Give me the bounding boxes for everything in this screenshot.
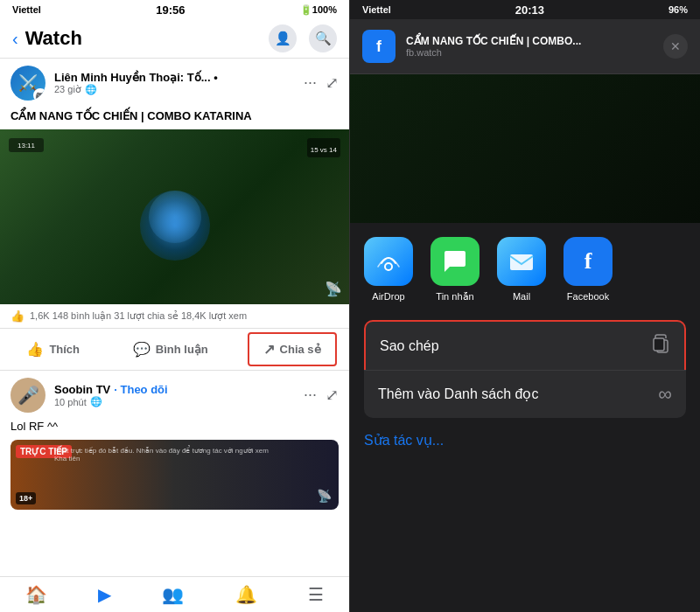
- airdrop-icon: [364, 237, 413, 286]
- like-button[interactable]: 👍 Thích: [12, 332, 94, 366]
- left-carrier: Viettel: [12, 4, 41, 15]
- nav-friends[interactable]: 👥: [162, 584, 184, 605]
- share-btn-label: Chia sẻ: [280, 343, 321, 356]
- share-url: fb.watch: [406, 47, 653, 58]
- edit-actions: Sửa tác vụ...: [350, 418, 700, 449]
- like-btn-icon: 👍: [26, 341, 44, 358]
- mail-label: Mail: [513, 291, 530, 302]
- person-icon: 👤: [275, 31, 291, 46]
- comment-button[interactable]: 💬 Bình luận: [119, 332, 222, 366]
- search-icon: 🔍: [315, 31, 332, 46]
- follow-button[interactable]: · Theo dõi: [114, 383, 167, 396]
- left-battery: 🔋100%: [300, 4, 337, 16]
- post-time: 23 giờ: [54, 84, 81, 95]
- back-button[interactable]: ‹: [12, 29, 18, 49]
- nav-watch[interactable]: ▶: [98, 584, 111, 605]
- edit-actions-label[interactable]: Sửa tác vụ...: [364, 433, 444, 448]
- play-icon: ▶: [98, 584, 111, 605]
- menu-icon: ☰: [308, 584, 324, 605]
- svg-rect-1: [510, 254, 533, 270]
- right-phone: Viettel 20:13 96% f CẨM NANG TỐC CHIẾN |…: [350, 0, 700, 612]
- post2-name: Soobin TV: [54, 383, 110, 396]
- video-preview-bg: [350, 74, 700, 223]
- share-button[interactable]: ↗ Chia sẻ: [248, 332, 337, 366]
- post-1: ⚔️ 🎮 Liên Minh Huyền Thoại: Tố... • 23 g…: [0, 59, 349, 371]
- live-text: Phát trực tiếp đó bắt đầu. Nhắn vào đây …: [54, 447, 332, 462]
- right-carrier: Viettel: [362, 4, 391, 15]
- search-button[interactable]: 🔍: [309, 24, 337, 52]
- nav-menu[interactable]: ☰: [308, 584, 324, 605]
- comment-btn-icon: 💬: [133, 341, 150, 358]
- soobin-avatar: 🎤: [10, 378, 46, 413]
- post2-expand-icon[interactable]: ⤢: [326, 386, 339, 405]
- more-options-icon[interactable]: ···: [304, 73, 317, 93]
- nav-notifications[interactable]: 🔔: [235, 584, 257, 605]
- watch-header: ‹ Watch 👤 🔍: [0, 19, 349, 59]
- avatar: ⚔️ 🎮: [10, 66, 46, 101]
- facebook-logo: f: [362, 30, 396, 63]
- profile-button[interactable]: 👤: [269, 24, 297, 52]
- reading-list-action-row[interactable]: Thêm vào Danh sách đọc ∞: [364, 371, 686, 418]
- mail-app[interactable]: Mail: [497, 237, 546, 303]
- messages-icon: [430, 237, 480, 286]
- video-thumbnail[interactable]: 13:11 15 vs 14 📡: [0, 129, 349, 304]
- messages-label: Tin nhắn: [436, 291, 473, 303]
- post2-content: Lol RF ^^: [0, 420, 349, 440]
- share-title: CẨM NANG TỐC CHIẾN | COMBO...: [406, 35, 653, 47]
- right-status-bar: Viettel 20:13 96%: [350, 0, 700, 19]
- age-tag: 18+: [16, 492, 36, 504]
- bottom-navigation: 🏠 ▶ 👥 🔔 ☰: [0, 576, 349, 612]
- home-icon: 🏠: [25, 584, 47, 605]
- copy-action-row[interactable]: Sao chép: [364, 320, 686, 370]
- live-cast-icon: 📡: [317, 489, 332, 503]
- mail-icon: [497, 237, 546, 286]
- airdrop-label: AirDrop: [372, 291, 404, 302]
- video-score: 15 vs 14: [311, 146, 337, 154]
- share-header: f CẨM NANG TỐC CHIẾN | COMBO... fb.watch…: [350, 19, 700, 74]
- cast-icon[interactable]: 📡: [325, 281, 342, 297]
- share-btn-icon: ↗: [263, 341, 275, 358]
- nav-home[interactable]: 🏠: [25, 584, 47, 605]
- post-2: 🎤 Soobin TV · Theo dõi 10 phút 🌐 ··· ⤢ L…: [0, 371, 349, 517]
- svg-point-0: [385, 263, 392, 270]
- post-action-buttons: 👍 Thích 💬 Bình luận ↗ Chia sẻ: [0, 329, 349, 371]
- post-title: CẨM NANG TỐC CHIẾN | COMBO KATARINA: [0, 108, 349, 129]
- expand-icon[interactable]: ⤢: [326, 73, 339, 93]
- share-apps-container: AirDrop Tin nhắn Mail: [350, 223, 700, 309]
- post2-more-icon[interactable]: ···: [304, 386, 317, 405]
- share-actions: Sao chép Thêm vào Danh sách đọc ∞: [364, 320, 686, 418]
- share-apps-row: AirDrop Tin nhắn Mail: [350, 237, 700, 303]
- page-title: Watch: [25, 27, 82, 50]
- friends-icon: 👥: [162, 584, 184, 605]
- right-battery: 96%: [668, 4, 688, 15]
- svg-rect-3: [654, 338, 664, 351]
- like-btn-label: Thích: [49, 343, 80, 356]
- live-banner[interactable]: TRỰC TIẾP 18+ Phát trực tiếp đó bắt đầu.…: [10, 440, 339, 510]
- facebook-app[interactable]: f Facebook: [564, 237, 612, 303]
- copy-icon: [651, 334, 670, 358]
- right-time: 20:13: [515, 3, 544, 17]
- facebook-app-icon: f: [564, 237, 612, 286]
- left-status-bar: Viettel 19:56 🔋100%: [0, 0, 349, 19]
- reading-list-label: Thêm vào Danh sách đọc: [378, 386, 538, 402]
- avatar-badge: 🎮: [33, 88, 46, 101]
- reading-list-icon: ∞: [658, 383, 672, 406]
- comment-btn-label: Bình luận: [156, 343, 208, 356]
- copy-label: Sao chép: [380, 338, 439, 354]
- bell-icon: 🔔: [235, 584, 257, 605]
- globe-icon: 🌐: [85, 84, 97, 95]
- post-stats: 👍 1,6K 148 bình luận 31 lượt chia sẻ 18,…: [0, 304, 349, 329]
- left-time: 19:56: [156, 3, 185, 17]
- post-page-name: Liên Minh Huyền Thoại: Tố... •: [54, 71, 295, 84]
- close-button[interactable]: ✕: [663, 34, 688, 59]
- post2-globe-icon: 🌐: [90, 396, 102, 407]
- left-phone: Viettel 19:56 🔋100% ‹ Watch 👤 🔍 ⚔️ 🎮 Liê…: [0, 0, 350, 612]
- airdrop-app[interactable]: AirDrop: [364, 237, 413, 303]
- post2-time: 10 phút: [54, 397, 87, 407]
- video-preview: [350, 74, 700, 223]
- stats-text: 1,6K 148 bình luận 31 lượt chia sẻ 18,4K…: [30, 310, 247, 322]
- like-icon: 👍: [10, 309, 24, 323]
- facebook-label: Facebook: [567, 291, 609, 302]
- close-icon: ✕: [670, 39, 681, 53]
- messages-app[interactable]: Tin nhắn: [430, 237, 480, 303]
